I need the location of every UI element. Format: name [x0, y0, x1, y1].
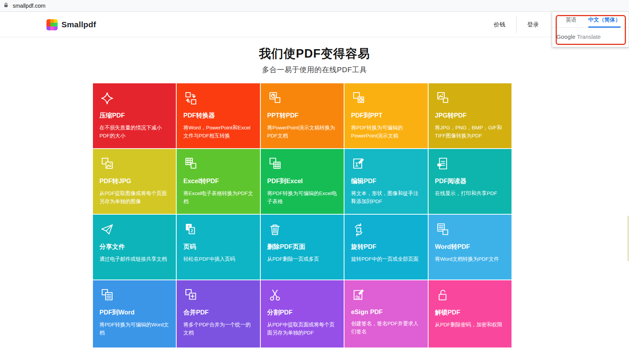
esign-pdf-icon: [351, 288, 421, 303]
compress-icon: [99, 91, 169, 106]
tab-english[interactable]: 英语: [566, 12, 576, 28]
tool-tile[interactable]: PDF转JPG从PDF提取图像或将每个页面另存为单独的图像: [93, 149, 176, 214]
translate-tabs: 英语 中文（简体）: [552, 12, 629, 28]
word-to-pdf-icon: [435, 222, 505, 237]
tile-desc: 将PDF转换为可编辑的PowerPoint演示文稿: [351, 124, 421, 140]
tile-desc: 将PowerPoint演示文稿转换为PDF文档: [267, 124, 337, 140]
tile-desc: 轻松在PDF中插入页码: [183, 255, 253, 263]
google-wordmark: Google: [556, 33, 576, 40]
nav-login-link[interactable]: 登录: [516, 21, 550, 28]
tool-tile[interactable]: JPG转PDF将JPG，PNG，BMP，GIF和TIFF图像转换为PDF: [429, 83, 511, 148]
tool-tile[interactable]: 12页码轻松在PDF中插入页码: [177, 215, 260, 280]
tile-desc: 从PDF删除密码，加密和权限: [435, 321, 505, 329]
split-pdf-icon: [267, 288, 337, 303]
tile-title: Word转PDF: [435, 243, 505, 251]
tile-desc: 将多个PDF合并为一个统一的文档: [183, 321, 253, 337]
page-number-icon: 12: [183, 222, 253, 237]
pdf-to-excel-icon: [267, 156, 337, 172]
unlock-pdf-icon: [435, 288, 505, 303]
tile-desc: 在不损失质量的情况下减小PDF的大小: [99, 124, 169, 140]
brand-logo[interactable]: Smallpdf: [46, 12, 96, 37]
tool-tile[interactable]: 解锁PDF从PDF删除密码，加密和权限: [429, 280, 511, 347]
tile-desc: 创建签名，签名PDF并要求人们签名: [351, 320, 421, 336]
pdf-to-word-icon: [99, 288, 169, 303]
tile-title: 页码: [183, 243, 253, 251]
tool-tile[interactable]: PDF到Excel将PDF转换为可编辑的Excel电子表格: [261, 149, 344, 214]
share-file-icon: [99, 222, 169, 237]
browser-address-bar[interactable]: smallpdf.com: [0, 0, 629, 12]
tool-tile[interactable]: Word转PDF将Word文档转换为PDF文件: [429, 215, 511, 280]
tile-desc: 旋转PDF中的一页或全部页面: [351, 255, 421, 263]
tile-title: 编辑PDF: [351, 177, 421, 185]
lock-icon: [3, 2, 8, 9]
tile-title: 压缩PDF: [99, 111, 169, 120]
translate-attribution[interactable]: Google Translate: [552, 28, 629, 46]
site-header: Smallpdf 价钱 登录: [0, 12, 629, 37]
tile-title: Excel转PDF: [183, 177, 253, 185]
hero-section: 我们使PDF变得容易 多合一易于使用的在线PDF工具: [0, 46, 629, 75]
tile-title: 删除PDF页面: [267, 243, 337, 251]
tile-desc: 将JPG，PNG，BMP，GIF和TIFF图像转换为PDF: [435, 124, 505, 140]
edit-pdf-icon: [351, 156, 421, 172]
tool-tile[interactable]: PDF到PPT将PDF转换为可编辑的PowerPoint演示文稿: [344, 83, 427, 148]
tool-grid: 压缩PDF在不损失质量的情况下减小PDF的大小PDF转换器将Word，Power…: [93, 83, 511, 347]
tool-tile[interactable]: PPT转PDF将PowerPoint演示文稿转换为PDF文档: [261, 83, 344, 148]
brand-name: Smallpdf: [61, 20, 96, 29]
tool-tile[interactable]: 删除PDF页面从PDF删除一页或多页: [261, 215, 344, 280]
tool-tile[interactable]: Excel转PDF将Excel电子表格转换为PDF文档: [177, 149, 260, 214]
right-edge-artifact: [627, 216, 629, 261]
tile-title: PDF到PPT: [351, 111, 421, 120]
pdf-to-ppt-icon: [351, 91, 421, 106]
tool-tile[interactable]: PDF到Word将PDF转换为可编辑的Word文档: [93, 280, 176, 347]
google-translate-popup: 英语 中文（简体） Google Translate: [552, 12, 629, 47]
tile-desc: 从PDF删除一页或多页: [267, 255, 337, 263]
tile-desc: 将Word，PowerPoint和Excel文件与PDF相互转换: [183, 124, 253, 140]
tile-title: 解锁PDF: [435, 308, 505, 317]
tool-tile[interactable]: eSign PDF创建签名，签名PDF并要求人们签名: [344, 280, 427, 347]
nav-pricing-link[interactable]: 价钱: [483, 21, 516, 28]
translate-wordmark: Translate: [577, 33, 601, 40]
page-subtitle: 多合一易于使用的在线PDF工具: [0, 65, 629, 75]
tile-desc: 将PDF转换为可编辑的Word文档: [99, 321, 169, 337]
tile-desc: 将Word文档转换为PDF文件: [435, 255, 505, 263]
merge-pdf-icon: [183, 288, 253, 303]
rotate-pdf-icon: [351, 222, 421, 237]
pdf-to-jpg-icon: [99, 156, 169, 172]
tool-tile[interactable]: 旋转PDF旋转PDF中的一页或全部页面: [344, 215, 427, 280]
tile-title: PPT转PDF: [267, 111, 337, 120]
ppt-to-pdf-icon: [267, 91, 337, 106]
tile-title: 旋转PDF: [351, 243, 421, 251]
tile-desc: 从PDF中提取页面或将每个页面另存为单独的PDF: [267, 321, 337, 337]
tool-tile[interactable]: 编辑PDF将文本，形状，图像和徒手注释添加到PDF: [344, 149, 427, 214]
tile-desc: 通过电子邮件或链接共享文档: [99, 255, 169, 263]
url-text: smallpdf.com: [13, 3, 45, 9]
tile-title: 合并PDF: [183, 308, 253, 317]
delete-pages-icon: [267, 222, 337, 237]
tile-title: JPG转PDF: [435, 111, 505, 120]
tool-tile[interactable]: PDF阅读器在线显示，打印和共享PDF: [429, 149, 511, 214]
tile-title: 分割PDF: [267, 308, 337, 317]
tile-title: PDF阅读器: [435, 177, 505, 185]
svg-text:2: 2: [191, 229, 193, 233]
tile-title: PDF到Excel: [267, 177, 337, 185]
tool-tile[interactable]: 分割PDF从PDF中提取页面或将每个页面另存为单独的PDF: [261, 280, 344, 347]
page-title: 我们使PDF变得容易: [0, 46, 629, 62]
tile-title: 分享文件: [99, 243, 169, 251]
jpg-to-pdf-icon: [435, 91, 505, 106]
tile-desc: 在线显示，打印和共享PDF: [435, 190, 505, 198]
tile-desc: 从PDF提取图像或将每个页面另存为单独的图像: [99, 190, 169, 206]
smallpdf-logo-icon: [46, 19, 58, 30]
pdf-converter-icon: [183, 91, 253, 106]
tile-title: PDF转换器: [183, 111, 253, 120]
tab-chinese-simplified[interactable]: 中文（简体）: [588, 12, 621, 28]
tile-desc: 将Excel电子表格转换为PDF文档: [183, 190, 253, 206]
tool-tile[interactable]: 分享文件通过电子邮件或链接共享文档: [93, 215, 176, 280]
pdf-reader-icon: [435, 156, 505, 172]
tool-tile[interactable]: PDF转换器将Word，PowerPoint和Excel文件与PDF相互转换: [177, 83, 260, 148]
tile-title: PDF转JPG: [99, 177, 169, 185]
tile-desc: 将PDF转换为可编辑的Excel电子表格: [267, 190, 337, 206]
tool-tile[interactable]: 压缩PDF在不损失质量的情况下减小PDF的大小: [93, 83, 176, 148]
tool-tile[interactable]: 合并PDF将多个PDF合并为一个统一的文档: [177, 280, 260, 347]
tile-desc: 将文本，形状，图像和徒手注释添加到PDF: [351, 190, 421, 206]
tile-title: PDF到Word: [99, 308, 169, 317]
